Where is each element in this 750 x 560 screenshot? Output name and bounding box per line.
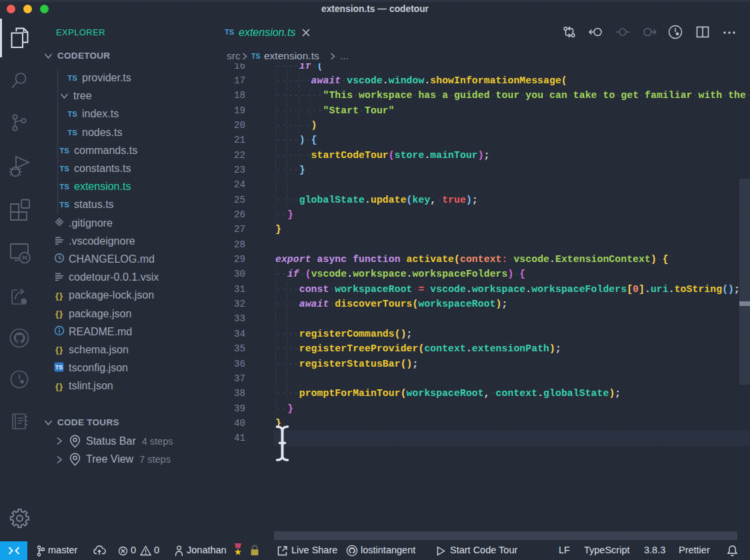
svg-text:TS: TS: [55, 364, 63, 371]
